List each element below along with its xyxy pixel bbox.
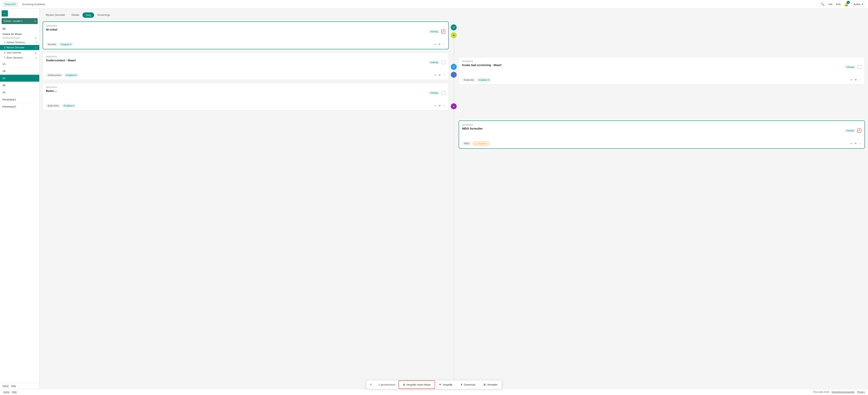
student-list: 2. Adriaan Declercq 0 3. Myriam Decoster… — [0, 40, 39, 60]
action-verwijder[interactable]: 🗑 Verwijder — [479, 381, 501, 389]
school-selector[interactable]: School - Locatie 1 ▾ — [2, 18, 38, 24]
card-tags-1: M-cirkel Zorgfase 0 — [46, 42, 73, 46]
notification-badge: 4 — [847, 1, 850, 4]
tag-mdo: MDO — [462, 141, 471, 145]
edit-icon-2[interactable]: ✏ — [434, 73, 437, 77]
hide-students-toggle[interactable]: Verberg leerlingen ▲ — [0, 36, 39, 40]
action-label-1: Vergelijk naast elkaar — [406, 383, 431, 386]
sidebar-footer: Home Help — [0, 383, 39, 389]
tab-screening-templates[interactable]: Screening templates — [20, 2, 48, 7]
card-header-right-1: Volledig — [428, 30, 445, 34]
class-kleuterjaar2[interactable]: Kleuterjaar2 — [0, 103, 39, 110]
class-kleuterjaar1[interactable]: Kleuterjaar1 — [0, 96, 39, 103]
tab-zorg[interactable]: Zorg — [83, 12, 94, 18]
terms-link[interactable]: Gebruiksvoorwaarden — [832, 391, 855, 393]
home-link[interactable]: Home — [2, 385, 9, 387]
timeline-dot-3: ↺ — [451, 64, 457, 70]
more-icon-3[interactable]: ⋮ — [443, 104, 445, 107]
card-date-2: 04/04/2024 — [46, 56, 445, 58]
tag-koala: Koala test — [462, 78, 476, 81]
student-item-myriam[interactable]: 3. Myriam Decoster ⚠ — [0, 45, 39, 50]
card-footer-1: M-cirkel Zorgfase 0 ✏ 👁 ⋮ — [46, 42, 445, 46]
right-column: 04/04/2024 Koala taal-screening - Maart … — [459, 22, 865, 386]
edit-icon-r2[interactable]: ✏ — [850, 142, 852, 145]
tab-screenings[interactable]: Screenings — [94, 12, 113, 18]
footer-help-link[interactable]: Help — [12, 391, 17, 393]
edit-icon-1[interactable]: ✏ — [434, 43, 437, 46]
card-koala[interactable]: 04/04/2024 Koala taal-screening - Maart … — [459, 57, 865, 85]
timeline-dot-1: ↺ — [451, 25, 457, 30]
selected-count: 2 geselecteerd — [375, 381, 399, 389]
view-icon-1[interactable]: 👁 — [438, 43, 441, 46]
kvs-button[interactable]: KVS — [835, 1, 842, 7]
card-checkbox-2[interactable] — [441, 60, 445, 64]
student-item-jean[interactable]: 4. Jean Delmote ▲ — [0, 50, 39, 55]
edit-icon-3[interactable]: ✏ — [434, 104, 437, 107]
card-date-1: 04/04/2024 — [46, 25, 445, 27]
chevron-down-icon: ▾ — [862, 3, 863, 6]
view-icon-r1[interactable]: 👁 — [855, 78, 857, 81]
card-m-cirkel[interactable]: 04/04/2024 M-cirkel Volledig M-cirkel Zo… — [42, 22, 449, 49]
card-header-right-3: Volledig — [428, 91, 445, 95]
more-icon-r2[interactable]: ⋮ — [859, 142, 861, 145]
card-checkbox-r1[interactable] — [858, 65, 862, 69]
lvs-button[interactable]: LVS — [827, 1, 834, 7]
acties-label: Acties — [854, 3, 861, 6]
more-icon-1[interactable]: ⋮ — [442, 43, 445, 46]
page-footer: Home Help ©Scoodle 2024 Gebruiksvoorwaar… — [0, 389, 868, 395]
card-actions-1: ✏ 👁 ⋮ — [434, 43, 445, 46]
card-baso[interactable]: 26/01/2024 BaSo-... Volledig BaSo-fiche … — [42, 83, 449, 110]
trash-icon: 🗑 — [483, 383, 486, 386]
search-button[interactable]: 🔍 — [819, 1, 826, 7]
tab-overzicht[interactable]: Overzicht — [2, 2, 18, 7]
eye-icon: 👁 — [439, 383, 441, 386]
card-checkbox-3[interactable] — [441, 91, 445, 95]
action-download[interactable]: ⬇ Download — [457, 381, 479, 389]
student-item-adriaan[interactable]: 2. Adriaan Declercq 0 — [0, 40, 39, 45]
card-date-r2: 04/04/2024 — [462, 124, 861, 126]
edit-icon-r1[interactable]: ✏ — [850, 78, 853, 81]
card-tags-2: Oudercontact Zorgfase 0 — [46, 73, 79, 77]
download-icon: ⬇ — [460, 383, 463, 386]
card-checkbox-1[interactable] — [441, 30, 445, 34]
tag-oudercontact: Oudercontact — [46, 73, 63, 77]
card-footer-2: Oudercontact Zorgfase 0 ✏ 👁 ⋮ — [46, 73, 445, 77]
card-header-right-r2: Volledig — [844, 129, 861, 133]
student-item-bram[interactable]: 7. Bram Janssens 0 — [0, 55, 39, 60]
card-footer-r1: Koala test Zorgfase 0 ✏ 👁 ⋮ — [462, 78, 862, 81]
tab-details[interactable]: Details — [68, 12, 83, 18]
volledig-badge-r2: Volledig — [844, 129, 856, 132]
privacy-link[interactable]: Privacy — [857, 391, 865, 393]
card-title-r2: MDO formulier — [462, 127, 483, 130]
card-checkbox-r2[interactable] — [857, 129, 861, 133]
card-actions-r1: ✏ 👁 ⋮ — [850, 78, 862, 81]
tag-zorgfase-0-3: Zorgfase 0 — [62, 104, 76, 107]
action-vergelijk[interactable]: 👁 Vergelijk — [435, 381, 457, 389]
notifications-button[interactable]: 🔔 4 — [843, 1, 849, 7]
card-date-3: 26/01/2024 — [46, 86, 445, 88]
help-link[interactable]: Help — [11, 385, 16, 387]
card-oudercontact[interactable]: 04/04/2024 Oudercontact - Maart Volledig… — [42, 53, 449, 80]
more-icon-2[interactable]: ⋮ — [443, 73, 445, 77]
view-icon-r2[interactable]: 👁 — [854, 142, 857, 145]
class-2a[interactable]: 2A — [0, 74, 39, 81]
more-icon-r1[interactable]: ⋮ — [859, 78, 862, 81]
back-button[interactable]: ← — [2, 10, 8, 17]
class-3a[interactable]: 3A — [0, 89, 39, 96]
footer-home-link[interactable]: Home — [3, 391, 9, 393]
card-mdo[interactable]: 04/04/2024 MDO formulier Volledig MDO — [459, 121, 865, 149]
acties-button[interactable]: Acties ▾ — [851, 2, 866, 7]
view-icon-3[interactable]: 👁 — [438, 104, 441, 107]
tab-myriam[interactable]: Myriam Decoster — [42, 12, 68, 18]
volledig-badge-1: Volledig — [428, 30, 440, 33]
card-title-2: Oudercontact - Maart — [46, 59, 76, 62]
action-bar-close[interactable]: ✕ — [366, 381, 375, 389]
class-2b[interactable]: 2B — [0, 81, 39, 89]
action-vergelijk-naast-elkaar[interactable]: ⊞ Vergelijk naast elkaar — [399, 381, 435, 389]
cards-area: 04/04/2024 M-cirkel Volledig M-cirkel Zo… — [42, 22, 865, 386]
class-1a[interactable]: 1A — [0, 60, 39, 67]
timeline-dot-4: 👥 — [451, 72, 457, 78]
tag-zorgfase-0-2: Zorgfase 0 — [64, 73, 79, 77]
view-icon-2[interactable]: 👁 — [438, 73, 441, 77]
class-1b[interactable]: 1B — [0, 67, 39, 74]
